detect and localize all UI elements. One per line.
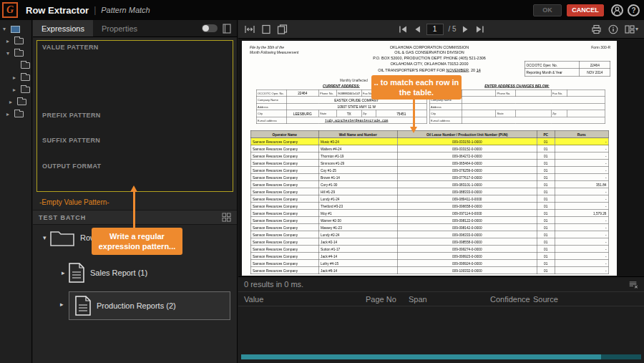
mini-tree-item[interactable]: ▸ [0, 96, 31, 108]
page-number-input[interactable] [426, 24, 443, 35]
doc-table-row[interactable]: Samson Resources CompanyJack #2-14009-09… [250, 238, 608, 246]
doc-table-row[interactable]: Samson Resources CompanyLundy #1-24009-0… [250, 195, 608, 203]
doc-table-row[interactable]: Samson Resources CompanyThornton #1-1900… [250, 153, 608, 160]
doc-table-cell: Samson Resources Company [250, 267, 318, 274]
column-header-source[interactable]: Source [527, 295, 558, 304]
mini-tree: ▾▸▾▸▸▸▸ [0, 23, 31, 120]
doc-table-row[interactable]: Samson Resources CompanyMassey #1-23009-… [250, 224, 608, 231]
doc-table-row[interactable]: Samson Resources CompanyThetford #3-2300… [250, 203, 608, 210]
value-pattern-label: VALUE PATTERN [42, 44, 99, 51]
mini-tree-item[interactable]: ▾ [0, 23, 31, 35]
value-pattern-input[interactable] [39, 52, 231, 110]
doc-table-cell: 01 [537, 267, 555, 274]
doc-table-cell: 009-088333-0-0000 [397, 188, 537, 195]
doc-table-cell: 009-096333-0-0000 [397, 231, 537, 238]
batch-grid-icon[interactable] [222, 213, 231, 222]
doc-table-cell: Hill #1-29 [318, 188, 397, 195]
doc-table-row[interactable]: Samson Resources CompanyMusic #3-24009-0… [250, 138, 608, 145]
info-icon[interactable] [608, 24, 618, 34]
doc-table-cell: Samson Resources Company [250, 238, 318, 246]
next-page-icon[interactable] [462, 25, 470, 34]
doc-table-cell: Samson Resources Company [250, 153, 318, 160]
doc-table-row[interactable]: Samson Resources CompanyJack #6-14009-10… [250, 267, 608, 274]
chevron-down-icon[interactable]: ▾ [43, 234, 50, 241]
column-header-span[interactable]: Span [403, 295, 484, 304]
clear-results-icon[interactable] [628, 280, 638, 289]
monitor-icon [11, 26, 20, 33]
mini-tree-item[interactable]: ▸ [0, 84, 31, 96]
multi-page-icon[interactable] [277, 24, 288, 34]
horizontal-scrollbar[interactable] [241, 354, 641, 359]
doc-table-row[interactable]: Samson Resources CompanySutton #1-17009-… [250, 246, 608, 253]
cancel-button[interactable]: CANCEL [567, 4, 604, 16]
doc-table-cell: Samson Resources Company [250, 195, 318, 203]
doc-table-row[interactable]: Samson Resources CompanyLuthy #4-15009-0… [250, 260, 608, 267]
scrollbar-thumb[interactable] [241, 354, 601, 359]
print-icon[interactable] [591, 24, 602, 34]
doc-table-row[interactable]: Samson Resources CompanyJack #4-14009-09… [250, 253, 608, 260]
doc-table-cell: - [555, 253, 608, 260]
prefix-pattern-input[interactable] [39, 120, 231, 135]
chevron-down-icon: ▾ [6, 50, 12, 57]
layout-menu[interactable]: ▾ [625, 24, 638, 34]
callout-arrow-head [410, 127, 417, 133]
tab-expressions[interactable]: Expressions [33, 20, 93, 37]
tab-properties[interactable]: Properties [93, 20, 146, 37]
doc-table-cell: - [555, 167, 608, 174]
chevron-right-icon[interactable]: ▸ [62, 269, 69, 276]
doc-table-row[interactable]: Samson Resources CompanyBrown #1-14009-0… [250, 174, 608, 181]
first-page-icon[interactable] [397, 25, 407, 34]
doc-table-cell: - [555, 145, 608, 153]
last-page-icon[interactable] [475, 25, 485, 34]
doc-table-row[interactable]: Samson Resources CompanyLundy #2-24009-0… [250, 231, 608, 238]
doc-table-row[interactable]: Samson Resources CompanyCory #1-30009-08… [250, 181, 608, 188]
mini-tree-item[interactable] [0, 59, 31, 72]
doc-table-row[interactable]: Samson Resources CompanyWalters #4-24009… [250, 145, 608, 153]
doc-table-cell: 351.84 [555, 181, 608, 188]
folder-icon [17, 99, 26, 105]
mini-tree-item[interactable]: ▸ [0, 108, 31, 120]
doc-table-cell: Cory #1-30 [318, 181, 397, 188]
tree-item-sales-report[interactable]: ▸ Sales Report (1) [62, 263, 147, 283]
doc-table-cell: 01 [537, 145, 555, 153]
doc-table-cell: 009-097114-0-0000 [397, 210, 537, 217]
column-header-confidence[interactable]: Confidence [484, 295, 527, 304]
callout-arrow-line [413, 100, 415, 127]
fit-page-icon[interactable] [261, 24, 271, 34]
chevron-right-icon[interactable]: ▸ [60, 301, 67, 308]
tree-item-label: Production Reports (2) [97, 301, 176, 310]
mini-tree-item[interactable]: ▸ [0, 72, 31, 84]
doc-table-cell: Samson Resources Company [250, 231, 318, 238]
notebook-icon[interactable] [223, 24, 231, 34]
doc-table-cell: - [555, 238, 608, 246]
doc-table-row[interactable]: Samson Resources CompanyMoy #1009-097114… [250, 210, 608, 217]
doc-table-body: Samson Resources CompanyMusic #3-24009-0… [250, 138, 608, 274]
pattern-callout: Write a regular expression pattern... [92, 228, 182, 255]
doc-table-row[interactable]: Samson Resources CompanyCoy #1-25009-076… [250, 167, 608, 174]
fit-width-icon[interactable] [244, 24, 255, 34]
column-header-value[interactable]: Value [238, 295, 360, 304]
doc-table-row[interactable]: Samson Resources CompanyWarner #2-30009-… [250, 217, 608, 224]
user-icon[interactable] [611, 4, 623, 16]
doc-table-cell: - [555, 231, 608, 238]
doc-table-row[interactable]: Samson Resources CompanyHill #1-29009-08… [250, 188, 608, 195]
ok-button[interactable]: OK [533, 4, 562, 16]
suffix-pattern-input[interactable] [39, 145, 231, 160]
previous-page-icon[interactable] [412, 25, 421, 34]
tree-item-production-reports[interactable]: Production Reports (2) [69, 291, 230, 320]
doc-table-cell: Samson Resources Company [250, 203, 318, 210]
doc-table-cell: Brown #1-14 [318, 174, 397, 181]
doc-table-row[interactable]: Samson Resources CompanySimmons #1-29009… [250, 160, 608, 167]
pattern-editor[interactable]: VALUE PATTERN PREFIX PATTERN SUFFIX PATT… [36, 40, 233, 192]
doc-table-cell: 009-083101-1-0000 [397, 181, 537, 188]
mini-tree-item[interactable]: ▾ [0, 47, 31, 59]
column-header-page-no[interactable]: Page No [360, 295, 403, 304]
operator-number-box: OCC/OTC Oper. No.22464 Reporting Month &… [525, 61, 610, 77]
help-icon[interactable]: ? [628, 4, 640, 16]
doc-table-cell: - [555, 174, 608, 181]
folder-icon [50, 228, 74, 247]
document-canvas: File by the 30th of the Month Following … [238, 39, 644, 276]
doc-table-cell: 009-100332-0-0000 [397, 267, 537, 274]
mini-tree-item[interactable]: ▸ [0, 35, 31, 47]
toggle-icon[interactable] [202, 24, 218, 32]
